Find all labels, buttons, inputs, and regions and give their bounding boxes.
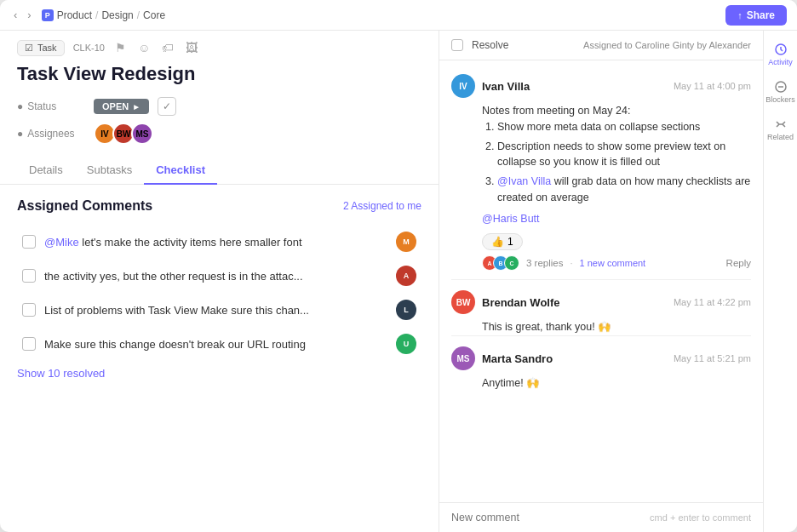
- comment-list-item-1: Show more meta data on collapse sections: [497, 119, 751, 135]
- resolve-label: Resolve: [472, 39, 508, 51]
- comment-time-ivan: May 11 at 4:00 pm: [674, 81, 751, 91]
- share-label: Share: [747, 9, 775, 21]
- activity-icon-btn[interactable]: Activity: [763, 37, 797, 72]
- left-panel: ☑ Task CLK-10 ⚑ ☺ 🏷 🖼 Task View Redesign…: [0, 31, 439, 532]
- mention-haris: @Haris Butt: [482, 213, 540, 225]
- tabs: Details Subtasks Checklist: [0, 157, 439, 185]
- status-check-button[interactable]: ✓: [158, 97, 176, 116]
- related-icon-btn[interactable]: Related: [762, 112, 797, 146]
- breadcrumb: P Product / Design / Core: [42, 9, 165, 21]
- assignees-label: ● Assignees: [17, 128, 85, 140]
- checklist-avatar-1: M: [396, 232, 416, 252]
- comment-body-ivan: Notes from meeting on May 24: Show more …: [482, 103, 751, 226]
- checklist-item: Make sure this change doesn't break our …: [17, 328, 421, 360]
- reply-button[interactable]: Reply: [726, 258, 751, 268]
- breadcrumb-design[interactable]: Design: [101, 9, 133, 21]
- new-comment-input[interactable]: [451, 512, 643, 523]
- mention-ivan: @Ivan Villa: [497, 175, 551, 187]
- image-icon[interactable]: 🖼: [184, 39, 199, 56]
- assigned-link[interactable]: 2 Assigned to me: [343, 200, 421, 212]
- dot-separator: ·: [570, 258, 572, 268]
- comment-time-brendan: May 11 at 4:22 pm: [674, 297, 751, 307]
- comment-marta: MS Marta Sandro May 11 at 5:21 pm Anytim…: [439, 336, 763, 392]
- task-fields: ● Status OPEN ► ✓ ● Assignees: [17, 97, 421, 145]
- comment-author-marta: Marta Sandro: [482, 352, 553, 365]
- new-comment-hint: cmd + enter to comment: [650, 512, 751, 523]
- tag-icon[interactable]: 🏷: [160, 39, 175, 56]
- reply-count: 3 replies: [526, 258, 563, 268]
- share-icon: ↑: [737, 10, 743, 20]
- reply-avatars: A B C: [482, 255, 519, 271]
- blockers-icon: [774, 80, 788, 94]
- main-content: ☑ Task CLK-10 ⚑ ☺ 🏷 🖼 Task View Redesign…: [0, 31, 797, 532]
- new-comment-bar: cmd + enter to comment: [439, 502, 763, 532]
- related-label: Related: [767, 133, 794, 141]
- breadcrumb-icon: P: [42, 9, 54, 21]
- avatar-brendan: BW: [451, 290, 475, 314]
- flag-icon[interactable]: ⚑: [113, 39, 128, 56]
- task-id: CLK-10: [73, 43, 105, 53]
- comment-body-brendan: This is great, thank you! 🙌: [482, 319, 751, 335]
- checklist-avatar-3: L: [396, 300, 416, 320]
- comment-footer-ivan: A B C 3 replies · 1 new comment Reply: [451, 250, 751, 279]
- checklist-checkbox-2[interactable]: [22, 269, 36, 283]
- comment-list-item-2: Description needs to show some preview t…: [497, 139, 751, 171]
- tab-checklist[interactable]: Checklist: [144, 157, 217, 185]
- comment-ivan: IV Ivan Villa May 11 at 4:00 pm Notes fr…: [439, 64, 763, 279]
- checklist-checkbox-3[interactable]: [22, 303, 36, 317]
- checklist-avatar-4: U: [396, 334, 416, 354]
- status-value: OPEN: [102, 101, 129, 112]
- comment-header-brendan: BW Brendan Wolfe May 11 at 4:22 pm: [451, 290, 751, 314]
- blockers-icon-btn[interactable]: Blockers: [760, 75, 797, 109]
- checklist-avatar-2: A: [396, 266, 416, 286]
- tab-subtasks[interactable]: Subtasks: [75, 157, 144, 185]
- emoji-icon[interactable]: ☺: [136, 39, 152, 56]
- title-bar: ‹ › P Product / Design / Core ↑ Share: [0, 0, 797, 31]
- nav-arrows: ‹ ›: [10, 7, 35, 23]
- tab-details[interactable]: Details: [17, 157, 75, 185]
- checklist-item: List of problems with Task View Make sur…: [17, 294, 421, 326]
- checklist-checkbox-4[interactable]: [22, 337, 36, 351]
- reaction-button[interactable]: 👍 1: [482, 233, 523, 250]
- comment-header-marta: MS Marta Sandro May 11 at 5:21 pm: [451, 346, 751, 370]
- status-label: ● Status: [17, 100, 85, 112]
- activity-sidebar: Activity Blockers Related: [763, 31, 797, 532]
- avatar-ivan: IV: [451, 74, 475, 98]
- reply-avatar-3: C: [504, 255, 519, 271]
- assignee-avatars: IV BW MS: [94, 123, 153, 145]
- comment-list: Show more meta data on collapse sections…: [482, 119, 751, 206]
- comment-brendan: BW Brendan Wolfe May 11 at 4:22 pm This …: [439, 280, 763, 335]
- checklist-item: the activity yes, but the other request …: [17, 260, 421, 292]
- title-bar-left: ‹ › P Product / Design / Core: [10, 7, 165, 23]
- status-badge[interactable]: OPEN ►: [94, 99, 149, 114]
- checklist-items: @Mike let's make the activity items here…: [17, 226, 421, 360]
- breadcrumb-product[interactable]: Product: [57, 9, 92, 21]
- resolve-assignment: Assigned to Caroline Ginty by Alexander: [583, 40, 751, 50]
- section-header: Assigned Comments 2 Assigned to me: [17, 198, 421, 214]
- mention-mike: @Mike: [44, 236, 79, 249]
- status-arrow-icon: ►: [132, 102, 140, 112]
- new-comment-badge[interactable]: 1 new comment: [580, 258, 646, 268]
- assignees-row: ● Assignees IV BW MS: [17, 123, 421, 145]
- comment-author-ivan: Ivan Villa: [482, 80, 530, 93]
- resolve-checkbox[interactable]: [451, 39, 463, 51]
- resolve-bar: Resolve Assigned to Caroline Ginty by Al…: [439, 31, 763, 60]
- task-meta-row: ☑ Task CLK-10 ⚑ ☺ 🏷 🖼: [17, 39, 421, 56]
- nav-forward[interactable]: ›: [24, 7, 34, 23]
- checklist-checkbox-1[interactable]: [22, 235, 36, 249]
- comment-intro: Notes from meeting on May 24:: [482, 103, 751, 119]
- nav-back[interactable]: ‹: [10, 7, 20, 23]
- checklist-text-1: @Mike let's make the activity items here…: [44, 236, 387, 249]
- breadcrumb-core[interactable]: Core: [143, 9, 165, 21]
- share-button[interactable]: ↑ Share: [725, 5, 787, 26]
- task-type-label: Task: [37, 43, 57, 53]
- task-type-icon: ☑: [25, 43, 33, 54]
- related-icon: [774, 117, 788, 131]
- reaction-count: 1: [507, 236, 513, 248]
- status-icon: ●: [17, 100, 23, 112]
- avatar-3[interactable]: MS: [131, 123, 153, 145]
- reaction-emoji: 👍: [491, 236, 504, 248]
- show-resolved-button[interactable]: Show 10 resolved: [17, 360, 105, 386]
- checklist-text-2: the activity yes, but the other request …: [44, 270, 387, 283]
- comments-area: Resolve Assigned to Caroline Ginty by Al…: [439, 31, 763, 532]
